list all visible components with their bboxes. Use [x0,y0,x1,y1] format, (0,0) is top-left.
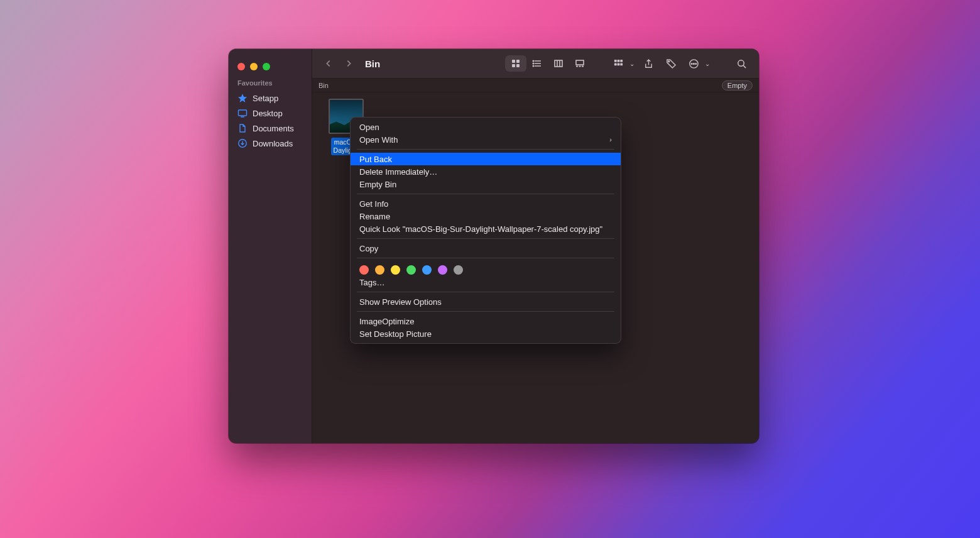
ctx-separator [357,292,614,292]
svg-rect-16 [576,60,584,65]
svg-point-10 [533,60,533,61]
nav-forward-button[interactable] [341,56,356,71]
ctx-open-with[interactable]: Open With › [351,133,621,146]
svg-rect-24 [617,63,619,65]
window-title: Bin [365,58,380,69]
ctx-separator [357,311,614,312]
ctx-separator [357,149,614,150]
toolbar: Bin ⌄ ⌄ [312,49,759,79]
svg-point-31 [738,60,743,65]
ctx-get-info[interactable]: Get Info [351,197,621,210]
view-columns-button[interactable] [548,55,569,72]
tag-purple[interactable] [438,265,447,275]
sidebar-item-label: Setapp [253,94,278,103]
documents-icon [237,123,248,133]
minimize-button[interactable] [250,63,258,70]
ctx-delete-immediately[interactable]: Delete Immediately… [351,165,621,178]
path-location: Bin [318,82,329,89]
view-switcher [505,55,591,72]
svg-rect-6 [516,64,520,67]
ctx-tags[interactable]: Tags… [351,276,621,288]
ctx-open[interactable]: Open [351,121,621,133]
ctx-quick-look[interactable]: Quick Look "macOS-Big-Sur-Daylight-Wallp… [351,222,621,235]
svg-rect-20 [614,59,616,62]
sidebar-item-label: Documents [253,124,294,133]
svg-point-12 [533,65,533,66]
tag-blue[interactable] [422,265,432,275]
tag-green[interactable] [406,265,416,275]
share-button[interactable] [640,55,657,72]
ctx-image-optimize[interactable]: ImageOptimize [351,315,621,327]
svg-rect-22 [620,59,623,62]
path-bar: Bin Empty [312,79,759,92]
sidebar-item-downloads[interactable]: Downloads [229,136,312,151]
view-list-button[interactable] [526,55,548,72]
ctx-separator [357,194,614,194]
svg-rect-13 [555,60,562,67]
ctx-separator [357,258,614,258]
context-menu: Open Open With › Put Back Delete Immedia… [350,117,621,344]
svg-line-32 [743,65,746,68]
svg-point-11 [533,63,533,63]
nav-back-button[interactable] [321,56,336,71]
sidebar: Favourites Setapp Desktop Documents Down… [229,49,312,443]
ctx-copy[interactable]: Copy [351,242,621,255]
search-button[interactable] [732,55,750,72]
ctx-rename[interactable]: Rename [351,210,621,222]
svg-rect-0 [239,110,247,116]
sidebar-section-title: Favourites [229,77,312,91]
svg-rect-25 [620,63,623,65]
ctx-empty-bin[interactable]: Empty Bin [351,178,621,190]
view-gallery-button[interactable] [569,55,591,72]
svg-rect-18 [579,66,581,67]
tags-button[interactable] [662,55,680,72]
tag-orange[interactable] [375,265,384,275]
svg-rect-19 [582,66,584,67]
submenu-arrow-icon: › [609,136,612,143]
svg-point-30 [695,63,696,64]
downloads-icon [237,138,248,148]
maximize-button[interactable] [263,63,270,70]
svg-rect-21 [617,59,619,62]
svg-rect-17 [576,66,578,67]
action-button[interactable] [685,55,702,72]
empty-bin-button[interactable]: Empty [722,80,753,91]
window-controls [229,60,312,70]
svg-point-28 [691,63,692,64]
svg-rect-5 [512,64,515,67]
tag-yellow[interactable] [391,265,400,275]
ctx-tag-colors [351,261,621,276]
sidebar-item-label: Downloads [253,139,293,148]
ctx-put-back[interactable]: Put Back [351,153,621,165]
sidebar-item-setapp[interactable]: Setapp [229,91,312,106]
ctx-set-desktop-picture[interactable]: Set Desktop Picture [351,327,621,340]
sidebar-item-label: Desktop [253,109,283,118]
svg-rect-4 [516,60,520,63]
sidebar-item-desktop[interactable]: Desktop [229,106,312,121]
desktop-icon [237,108,248,118]
group-by-button[interactable] [609,55,627,72]
svg-rect-3 [512,60,515,63]
ctx-show-preview-options[interactable]: Show Preview Options [351,295,621,308]
chevron-down-icon: ⌄ [629,60,634,67]
chevron-down-icon: ⌄ [705,60,710,67]
sidebar-item-documents[interactable]: Documents [229,121,312,136]
view-icons-button[interactable] [505,55,526,72]
close-button[interactable] [237,63,245,70]
ctx-separator [357,238,614,239]
svg-point-29 [693,63,694,64]
svg-rect-23 [614,63,616,65]
setapp-icon [237,93,248,103]
svg-point-26 [668,60,669,62]
tag-red[interactable] [359,265,369,275]
tag-gray[interactable] [454,265,463,275]
